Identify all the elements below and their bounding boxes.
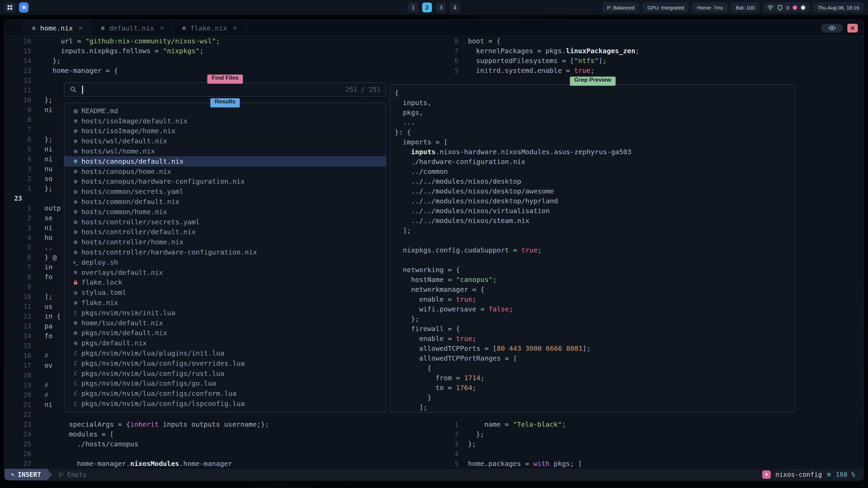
- result-item[interactable]: ⚙stylua.toml: [64, 287, 386, 298]
- preview-line: allowedTCPPortRanges = [: [390, 353, 795, 363]
- line-number: 23: [5, 420, 31, 429]
- neovim-window: ❄home.nix×❄default.nix×❄flake.nix× × 16 …: [4, 20, 864, 481]
- line-number: 2: [435, 429, 458, 439]
- result-path: deploy.sh: [81, 258, 118, 266]
- workspace-1[interactable]: 1: [408, 3, 418, 13]
- preview-line: ];: [390, 226, 795, 236]
- code-segment: pa: [44, 322, 53, 330]
- result-item[interactable]: ❄hosts/canopus/hardware-configuration.ni…: [64, 177, 386, 187]
- preview-line: hostName = "canopus";: [390, 275, 795, 285]
- tab-close-icon[interactable]: ×: [79, 24, 83, 32]
- code-segment: inherit: [130, 420, 159, 428]
- tab-flake.nix[interactable]: ❄flake.nix×: [173, 20, 246, 36]
- workspace-4[interactable]: 4: [450, 3, 460, 13]
- nix-file-icon: ❄: [70, 138, 81, 145]
- result-item[interactable]: ❄hosts/controller/default.nix: [64, 227, 386, 237]
- line-number: 20: [5, 390, 31, 400]
- result-item[interactable]: ☾pkgs/nvim/nvim/lua/plugins/init.lua: [64, 348, 386, 358]
- nix-snowflake-icon: ❄: [101, 24, 104, 32]
- code-segment: false: [489, 305, 509, 313]
- tab-close-icon[interactable]: ×: [160, 24, 164, 32]
- telescope-preview: Grep Preview { inputs, pkgs, ...}: { imp…: [390, 84, 796, 412]
- close-button[interactable]: ×: [847, 24, 858, 33]
- result-item[interactable]: ☾pkgs/nvim/nvim/lua/configs/lspconfig.lu…: [64, 399, 386, 409]
- code-line: in: [31, 262, 53, 272]
- code-segment: imports = [: [395, 138, 448, 146]
- result-item[interactable]: ☾pkgs/nvim/nvim/lua/configs/go.lua: [64, 379, 386, 389]
- result-path: overlays/default.nix: [81, 268, 163, 277]
- result-item[interactable]: ❄pkgs/default.nix: [64, 338, 386, 348]
- result-item[interactable]: ❄hosts/isoImage/default.nix: [64, 116, 386, 126]
- result-item[interactable]: ❄hosts/wsl/home.nix: [64, 146, 386, 156]
- tray-pink-dot-icon: [793, 5, 797, 10]
- result-item[interactable]: ☾pkgs/nvim/nvim/lua/configs/conform.lua: [64, 388, 386, 399]
- result-path: home/tux/default.nix: [81, 319, 163, 327]
- code-segment: ../../modules/nixos/desktop/hyprland: [395, 197, 558, 205]
- result-item[interactable]: ❄hosts/canopus/default.nix: [64, 156, 386, 166]
- code-segment: home.packages =: [468, 460, 533, 468]
- result-item[interactable]: ☾pkgs/nvim/nvim/init.lua: [64, 308, 386, 318]
- code-line: #: [31, 351, 48, 361]
- code-segment: ;: [562, 420, 566, 428]
- result-item[interactable]: ❄hosts/common/default.nix: [64, 197, 386, 207]
- code-segment: ];: [598, 57, 607, 65]
- result-item[interactable]: ⚙hosts/common/secrets.yaml: [64, 186, 386, 197]
- scroll-percent: 100 %: [836, 471, 855, 478]
- shield-icon: [777, 5, 783, 11]
- code-segment: ;: [216, 37, 220, 45]
- tab-close-icon[interactable]: ×: [233, 24, 237, 32]
- result-item[interactable]: ❄hosts/common/home.nix: [64, 207, 386, 217]
- result-item[interactable]: ❄hosts/controller/hardware-configuration…: [64, 247, 386, 257]
- result-item[interactable]: ❄hosts/isoImage/home.nix: [64, 126, 386, 136]
- result-item[interactable]: ⚙hosts/controller/secrets.yaml: [64, 217, 386, 227]
- code-segment: ];: [395, 403, 427, 411]
- line-number: 16: [5, 351, 31, 361]
- apps-grid-icon: [7, 5, 13, 10]
- result-item[interactable]: ❄overlays/default.nix: [64, 267, 386, 278]
- line-number: 1: [5, 184, 31, 194]
- preview-line: }: {: [390, 127, 795, 137]
- code-segment: "Tela-black": [513, 420, 562, 428]
- code-segment: true: [456, 334, 472, 343]
- result-item[interactable]: ❄hosts/controller/home.nix: [64, 237, 386, 247]
- telescope-prompt[interactable]: Find Files 251 / 251: [64, 82, 386, 97]
- line-number: 5: [5, 243, 31, 252]
- code-segment: kernelPackages = pkgs.: [468, 47, 566, 55]
- result-item[interactable]: ❄hosts/canopus/home.nix: [64, 166, 386, 177]
- tab-home.nix[interactable]: ❄home.nix×: [23, 20, 92, 36]
- eye-toggle-button[interactable]: [821, 24, 843, 33]
- line-number: 11: [5, 85, 31, 95]
- code-segment: initrd.systemd.enable =: [468, 66, 574, 75]
- line-number: 2: [5, 213, 31, 223]
- workspace-3[interactable]: 3: [436, 3, 446, 13]
- system-tray[interactable]: 0: [763, 2, 809, 13]
- app-logo[interactable]: ❄: [19, 2, 28, 13]
- preview-lines: { inputs, pkgs, ...}: { imports = [ inpu…: [390, 85, 795, 412]
- code-line: } @: [31, 252, 57, 262]
- result-path: hosts/isoImage/home.nix: [81, 127, 175, 135]
- tab-default.nix[interactable]: ❄default.nix×: [92, 20, 173, 36]
- result-item[interactable]: ☾pkgs/nvim/nvim/lua/configs/overrides.lu…: [64, 358, 386, 368]
- app-launcher-button[interactable]: [4, 2, 16, 13]
- code-line: fo: [31, 331, 53, 341]
- code-line: [31, 194, 44, 203]
- result-item[interactable]: >_deploy.sh: [64, 257, 386, 267]
- code-segment: linuxPackages_zen: [566, 47, 635, 55]
- mode-indicator: ✎ INSERT: [5, 469, 47, 480]
- line-number: 27: [5, 459, 31, 469]
- result-item[interactable]: ❄hosts/wsl/default.nix: [64, 136, 386, 146]
- result-path: pkgs/nvim/nvim/lua/configs/lspconfig.lua: [81, 400, 245, 408]
- git-branch-icon: [58, 472, 64, 477]
- result-item[interactable]: flake.lock: [64, 278, 386, 288]
- result-item[interactable]: ❄home/tux/default.nix: [64, 318, 386, 328]
- line-number: 5: [435, 459, 458, 469]
- code-segment: outp: [44, 204, 61, 212]
- preview-line: allowedTCPPorts = [80 443 3000 6666 8081…: [390, 344, 795, 353]
- result-item[interactable]: ❄flake.nix: [64, 298, 386, 308]
- line-number: 13: [5, 321, 31, 331]
- code-segment: name =: [468, 420, 513, 428]
- result-item[interactable]: ❄pkgs/nvim/default.nix: [64, 328, 386, 338]
- code-line: [31, 282, 44, 292]
- workspace-2[interactable]: 2: [422, 3, 432, 13]
- result-item[interactable]: ☾pkgs/nvim/nvim/lua/configs/rust.lua: [64, 368, 386, 379]
